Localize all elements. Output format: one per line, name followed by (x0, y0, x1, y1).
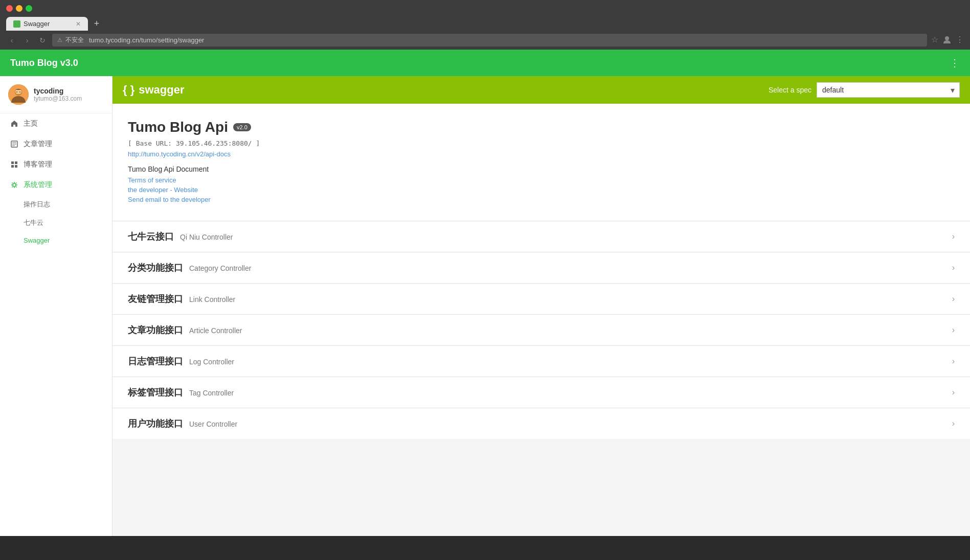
api-docs-link[interactable]: http://tumo.tycoding.cn/v2/api-docs (128, 150, 955, 158)
swagger-header: { } swagger Select a spec default ▾ (112, 76, 970, 104)
app-title: Tumo Blog v3.0 (10, 58, 78, 68)
spec-label: Select a spec (769, 86, 811, 94)
svg-rect-12 (15, 161, 17, 164)
chevron-right-icon: › (952, 325, 955, 335)
tab-favicon (13, 20, 20, 28)
controller-item-article[interactable]: 文章功能接口 Article Controller › (112, 314, 970, 345)
swagger-logo: { } swagger (123, 83, 185, 97)
controller-left: 七牛云接口 Qi Niu Controller (128, 230, 233, 243)
tab-close-button[interactable]: ✕ (76, 20, 81, 28)
sidebar: tycoding tytumo@163.com 主页 文章管理 博客管理 (0, 76, 112, 536)
controller-en: Qi Niu Controller (180, 233, 233, 241)
controller-en: Link Controller (189, 295, 235, 304)
sidebar-subitem-swagger-label: Swagger (24, 237, 50, 244)
swagger-brand-text: swagger (139, 83, 184, 97)
app-header: Tumo Blog v3.0 ⋮ (0, 50, 970, 76)
swagger-braces-icon: { } (123, 83, 134, 97)
terms-of-service-link[interactable]: Terms of service (128, 176, 955, 184)
controller-cn: 友链管理接口 (128, 293, 183, 305)
bookmark-icon[interactable]: ☆ (931, 35, 938, 46)
tab-bar: Swagger ✕ + (0, 17, 970, 31)
controller-item-qiniu[interactable]: 七牛云接口 Qi Niu Controller › (112, 221, 970, 252)
chevron-right-icon: › (952, 419, 955, 428)
back-button[interactable]: ‹ (6, 35, 17, 46)
controller-left: 友链管理接口 Link Controller (128, 293, 235, 305)
controller-cn: 日志管理接口 (128, 355, 183, 367)
sidebar-item-articles-label: 文章管理 (24, 139, 52, 149)
sidebar-item-blog[interactable]: 博客管理 (0, 154, 112, 175)
controller-item-user[interactable]: 用户功能接口 User Controller › (112, 408, 970, 439)
controller-item-category[interactable]: 分类功能接口 Category Controller › (112, 252, 970, 283)
security-icon: ⚠ (57, 37, 62, 43)
tab-title: Swagger (24, 20, 50, 28)
controller-en: Category Controller (189, 264, 251, 272)
controller-cn: 文章功能接口 (128, 324, 183, 336)
controller-left: 分类功能接口 Category Controller (128, 262, 251, 274)
profile-icon (942, 35, 952, 46)
sidebar-item-home[interactable]: 主页 (0, 113, 112, 134)
sidebar-subitem-qiniu-label: 七牛云 (24, 219, 43, 226)
controller-en: User Controller (189, 420, 237, 428)
api-base-url: [ Base URL: 39.105.46.235:8080/ ] (128, 139, 955, 147)
home-icon (10, 120, 18, 128)
developer-email-link[interactable]: Send email to the developer (128, 196, 955, 203)
api-info: Tumo Blog Api v2.0 [ Base URL: 39.105.46… (112, 104, 970, 221)
system-icon (10, 181, 18, 189)
browser-window: Swagger ✕ + ‹ › ↻ ⚠ 不安全 tumo.tycoding.cn… (0, 0, 970, 50)
svg-point-1 (945, 36, 949, 40)
user-email: tytumo@163.com (34, 95, 82, 102)
sidebar-item-system-label: 系统管理 (24, 180, 52, 190)
api-title-row: Tumo Blog Api v2.0 (128, 119, 955, 135)
sidebar-item-articles[interactable]: 文章管理 (0, 134, 112, 154)
api-version-badge: v2.0 (233, 123, 251, 131)
controller-left: 文章功能接口 Article Controller (128, 324, 242, 336)
sidebar-item-blog-label: 博客管理 (24, 160, 52, 169)
maximize-button[interactable] (26, 5, 32, 12)
security-label: 不安全 (65, 36, 84, 44)
sidebar-item-system[interactable]: 系统管理 (0, 175, 112, 195)
sidebar-subitem-logs[interactable]: 操作日志 (0, 195, 112, 214)
minimize-button[interactable] (16, 5, 22, 12)
chevron-right-icon: › (952, 294, 955, 304)
app-menu-icon[interactable]: ⋮ (950, 57, 960, 69)
controller-en: Tag Controller (189, 389, 234, 397)
close-button[interactable] (6, 5, 13, 12)
controller-left: 用户功能接口 User Controller (128, 417, 237, 430)
user-name: tycoding (34, 87, 82, 95)
reload-button[interactable]: ↻ (37, 35, 48, 46)
controller-en: Article Controller (189, 326, 242, 335)
chevron-right-icon: › (952, 263, 955, 272)
address-input[interactable]: ⚠ 不安全 tumo.tycoding.cn/tumo/setting/swag… (52, 34, 927, 46)
sidebar-subitem-swagger[interactable]: Swagger (0, 232, 112, 249)
articles-icon (10, 140, 18, 148)
spec-select-wrapper: default ▾ (817, 82, 960, 98)
svg-point-0 (14, 21, 19, 27)
controller-en: Log Controller (189, 358, 234, 366)
user-details: tycoding tytumo@163.com (34, 87, 82, 102)
chevron-right-icon: › (952, 357, 955, 366)
controller-item-log[interactable]: 日志管理接口 Log Controller › (112, 345, 970, 377)
sidebar-subitem-logs-label: 操作日志 (24, 200, 50, 208)
svg-point-6 (19, 91, 20, 92)
avatar (8, 84, 29, 105)
spec-select[interactable]: default (817, 82, 960, 98)
browser-menu-icon[interactable]: ⋮ (956, 35, 964, 46)
api-title: Tumo Blog Api (128, 119, 228, 135)
controller-left: 日志管理接口 Log Controller (128, 355, 234, 367)
browser-actions: ☆ ⋮ (931, 35, 964, 46)
sidebar-subitem-qiniu[interactable]: 七牛云 (0, 214, 112, 232)
url-text: tumo.tycoding.cn/tumo/setting/swagger (89, 36, 204, 44)
forward-button[interactable]: › (21, 35, 33, 46)
developer-website-link[interactable]: the developer - Website (128, 186, 955, 194)
controller-left: 标签管理接口 Tag Controller (128, 386, 234, 399)
controller-cn: 标签管理接口 (128, 386, 183, 399)
controller-item-link[interactable]: 友链管理接口 Link Controller › (112, 283, 970, 314)
new-tab-button[interactable]: + (90, 17, 103, 31)
svg-rect-14 (15, 165, 17, 168)
svg-rect-13 (11, 165, 14, 168)
controller-item-tag[interactable]: 标签管理接口 Tag Controller › (112, 377, 970, 408)
controller-cn: 分类功能接口 (128, 262, 183, 274)
svg-point-5 (16, 91, 17, 92)
blog-icon (10, 160, 18, 169)
browser-tab[interactable]: Swagger ✕ (6, 17, 88, 31)
